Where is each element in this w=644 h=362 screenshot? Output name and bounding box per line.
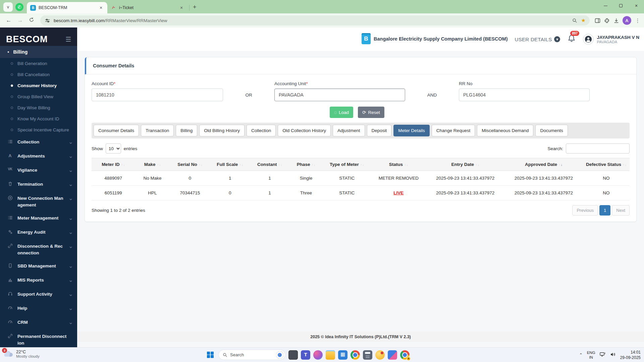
clock[interactable]: 14:01 29-09-2025 [620,350,641,360]
zoom-icon[interactable] [572,17,578,23]
sidebar-item[interactable]: CRM [0,316,77,330]
taskbar-search[interactable]: Search [218,350,285,360]
browser-tab[interactable]: 𝑖~ i~Ticket × [107,2,188,13]
sidebar-item[interactable]: Energy Audit [0,226,77,240]
browser-menu-icon[interactable]: ⋮ [635,17,641,23]
detail-tab[interactable]: Change Request [432,125,475,136]
notifications-bell[interactable]: 897 [568,34,576,44]
sidebar-subitem[interactable]: Consumer History [0,80,77,91]
tab-search-button[interactable]: v [3,2,13,12]
page-1-button[interactable]: 1 [599,205,610,216]
sidebar-item[interactable]: Permanent Disconnection [0,330,77,347]
sidebar-subitem[interactable]: Know My Account ID [0,113,77,124]
browser-profile-avatar[interactable]: A [623,16,631,25]
table-column-header[interactable]: Entry Date ↑↓ [426,158,504,171]
account-id-field[interactable] [92,88,223,101]
detail-tab[interactable]: Old Billing History [199,125,245,136]
detail-tab[interactable]: Consumer Details [94,125,139,136]
sidebar-subitem[interactable]: Group Billed View [0,91,77,102]
detail-tab[interactable]: Meter Details [393,125,430,136]
reload-button[interactable] [26,15,37,26]
detail-tab[interactable]: Adjustment [333,125,365,136]
hamburger-menu-icon[interactable]: ☰ [65,36,71,43]
detail-tab[interactable]: Deposit [367,125,392,136]
sidebar-item[interactable]: SBD Management [0,259,77,274]
sidebar-item[interactable]: Meter Management [0,212,77,226]
sidebar-subitem[interactable]: Bill Cancellation [0,69,77,80]
extensions-icon[interactable] [604,17,610,23]
whatsapp-icon[interactable]: ✆ [15,3,23,11]
close-button[interactable]: × [629,0,644,11]
sidebar-subitem[interactable]: Day Wise Billing [0,102,77,113]
table-column-header[interactable]: Defective Status ↑↓ [583,158,630,171]
copilot-icon[interactable] [313,350,323,360]
forward-button[interactable]: → [15,15,25,26]
user-details-dropdown[interactable]: USER DETAILS ▼ [515,36,560,42]
tray-expand-icon[interactable]: ⌃ [579,353,583,357]
user-profile[interactable]: JAYAPRAKASH V N PAVAGADA [583,34,639,45]
sidebar-subitem[interactable]: Special Incentive Capture [0,124,77,135]
bookmark-star-icon[interactable]: ★ [581,17,586,23]
new-tab-button[interactable]: + [193,4,197,11]
sidebar-item[interactable]: Collection [0,135,77,149]
language-switcher[interactable]: ENGIN [587,350,595,360]
cell-status[interactable]: LIVE [393,190,404,195]
volume-icon[interactable] [610,352,616,358]
chrome-profile-icon[interactable]: A [400,350,410,360]
table-column-header[interactable]: Make ↑↓ [135,158,170,171]
url-bar[interactable]: bescom.trm.ieasybill.com/RRMasterView/RR… [40,15,590,25]
sidebar-subitem[interactable]: Bill Generation [0,58,77,69]
detail-tab[interactable]: Collection [247,125,276,136]
next-page-button[interactable]: Next [612,205,630,216]
back-button[interactable]: ← [3,15,14,26]
accounting-unit-field[interactable] [274,88,405,101]
weather-widget[interactable]: 3 22°C Mostly cloudy [3,349,40,358]
sidebar-item[interactable]: New Connection Management [0,192,77,212]
maximize-button[interactable] [613,0,629,11]
table-column-header[interactable]: Meter ID ↑↓ [92,158,135,171]
file-explorer-icon[interactable] [326,350,335,360]
table-column-header[interactable]: Type of Meter ↑↓ [323,158,371,171]
sidebar-item[interactable]: Support Activity [0,288,77,302]
app-yellow-icon[interactable] [375,350,385,360]
detail-tab[interactable]: Documents [535,125,568,136]
table-column-header[interactable]: Approved Date ↑↓ [504,158,583,171]
reset-button[interactable]: ⟳Reset [358,107,384,118]
terminal-icon[interactable] [288,350,298,360]
teams-icon[interactable] [301,350,310,360]
table-column-header[interactable]: Serial No ↑↓ [170,158,210,171]
browser-tab[interactable]: B BESCOM-TRM × [27,2,107,13]
site-settings-icon[interactable] [44,17,50,23]
sidebar-group-billing[interactable]: ● Billing [0,46,77,58]
previous-page-button[interactable]: Previous [572,205,598,216]
app-blue-icon[interactable] [388,350,397,360]
table-search-input[interactable] [566,143,630,154]
calculator-icon[interactable] [363,350,372,360]
store-icon[interactable] [338,350,347,360]
detail-tab[interactable]: Billing [176,125,197,136]
page-size-select[interactable]: 10 [106,143,121,154]
detail-tab[interactable]: Miscellaneous Demand [477,125,533,136]
windows-start-button[interactable] [205,350,215,360]
sidebar-item[interactable]: VK Vigilance [0,164,77,178]
table-column-header[interactable]: Phase ↑↓ [289,158,323,171]
rr-no-field[interactable] [459,88,590,101]
side-panel-icon[interactable] [594,17,600,23]
chrome-icon[interactable] [351,350,360,360]
table-column-header[interactable]: Status ↑↓ [371,158,426,171]
table-column-header[interactable]: Full Scale ↑↓ [210,158,250,171]
sidebar-item[interactable]: Termination [0,178,77,192]
network-icon[interactable] [600,352,606,358]
load-button[interactable]: ◌Load [330,107,353,118]
sidebar-item[interactable]: Help [0,302,77,316]
sidebar-item[interactable]: A Adjustments [0,149,77,164]
detail-tab[interactable]: Transaction [141,125,174,136]
detail-tab[interactable]: Old Collection History [278,125,331,136]
minimize-button[interactable] [598,0,613,11]
tab-close-icon[interactable]: × [178,5,184,10]
tab-close-icon[interactable]: × [98,5,104,10]
download-icon[interactable] [613,17,619,23]
table-column-header[interactable]: Constant ↑↓ [250,158,289,171]
sidebar-item[interactable]: MIS Reports [0,274,77,288]
sidebar-item[interactable]: Disconnection & Reconnection [0,240,77,259]
